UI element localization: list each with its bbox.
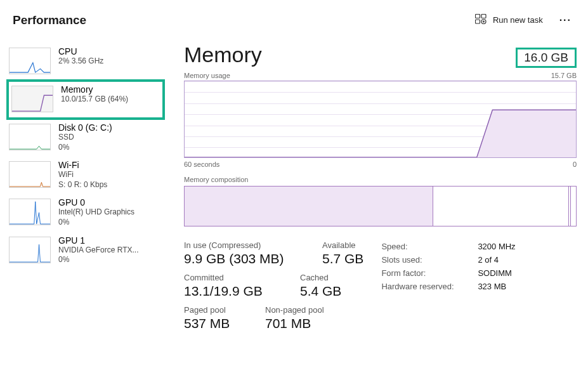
composition-in-use bbox=[185, 187, 433, 226]
hw-slots-val: 2 of 4 bbox=[478, 255, 499, 265]
svg-rect-2 bbox=[475, 20, 480, 23]
more-options-button[interactable]: ··· bbox=[557, 12, 574, 29]
sidebar-item-sub2: 0% bbox=[58, 218, 134, 228]
nonpaged-label: Non-paged pool bbox=[265, 305, 324, 315]
available-value: 5.7 GB bbox=[322, 251, 363, 266]
sidebar-item-sub: SSD bbox=[58, 133, 112, 143]
hw-formfactor-key: Form factor: bbox=[381, 268, 470, 278]
x-axis-left: 60 seconds bbox=[184, 161, 219, 168]
sidebar-item-label: GPU 1 bbox=[58, 235, 138, 246]
sidebar-item-sub2: S: 0 R: 0 Kbps bbox=[58, 180, 107, 190]
x-axis-right: 0 bbox=[573, 161, 577, 168]
hw-reserved-val: 323 MB bbox=[478, 282, 506, 291]
sidebar-item-cpu[interactable]: CPU 2% 3.56 GHz bbox=[6, 44, 165, 79]
hw-slots-key: Slots used: bbox=[381, 255, 470, 265]
sidebar: CPU 2% 3.56 GHz Memory 10.0/15.7 GB (64%… bbox=[0, 36, 165, 380]
page-title: Performance bbox=[13, 13, 86, 27]
cpu-thumb bbox=[9, 48, 51, 74]
hw-formfactor-val: SODIMM bbox=[478, 268, 511, 278]
in-use-label: In use (Compressed) bbox=[184, 240, 304, 250]
cached-label: Cached bbox=[300, 273, 341, 282]
committed-value: 13.1/19.9 GB bbox=[184, 284, 282, 299]
header-actions: Run new task ··· bbox=[473, 11, 574, 29]
gpu1-thumb bbox=[9, 237, 51, 263]
usage-chart-label: Memory usage bbox=[184, 72, 230, 79]
cached-value: 5.4 GB bbox=[300, 284, 341, 299]
sidebar-item-sub2: 0% bbox=[58, 143, 112, 153]
sidebar-item-label: Disk 0 (G: C:) bbox=[58, 122, 112, 133]
hw-speed-val: 3200 MHz bbox=[478, 242, 515, 251]
sidebar-item-gpu0[interactable]: GPU 0 Intel(R) UHD Graphics 0% bbox=[6, 195, 165, 232]
gpu0-thumb bbox=[9, 199, 51, 225]
sidebar-item-sub: WiFi bbox=[58, 170, 107, 180]
memory-thumb bbox=[11, 86, 53, 112]
hardware-info: Speed: 3200 MHz Slots used: 2 of 4 Form … bbox=[381, 242, 515, 337]
sidebar-item-disk0[interactable]: Disk 0 (G: C:) SSD 0% bbox=[6, 120, 165, 157]
sidebar-item-label: GPU 0 bbox=[58, 197, 134, 207]
memory-usage-chart bbox=[184, 81, 577, 158]
run-task-label: Run new task bbox=[493, 15, 543, 25]
main-panel: Memory 16.0 GB Memory usage 15.7 GB 60 s… bbox=[165, 36, 588, 380]
composition-available bbox=[433, 187, 568, 226]
hw-reserved-key: Hardware reserved: bbox=[381, 282, 470, 291]
wifi-thumb bbox=[9, 161, 51, 188]
usage-chart-max: 15.7 GB bbox=[551, 72, 577, 79]
sidebar-item-sub: NVIDIA GeForce RTX... bbox=[58, 246, 138, 256]
svg-rect-1 bbox=[481, 15, 486, 18]
paged-value: 537 MB bbox=[184, 316, 247, 331]
available-label: Available bbox=[322, 240, 363, 250]
sidebar-item-memory[interactable]: Memory 10.0/15.7 GB (64%) bbox=[6, 79, 165, 120]
sidebar-item-label: Wi-Fi bbox=[58, 160, 107, 170]
in-use-value: 9.9 GB (303 MB) bbox=[184, 251, 304, 266]
sidebar-item-label: Memory bbox=[61, 84, 128, 95]
sidebar-item-sub: Intel(R) UHD Graphics bbox=[58, 207, 134, 218]
sidebar-item-sub: 10.0/15.7 GB (64%) bbox=[61, 95, 128, 105]
sidebar-item-sub2: 0% bbox=[58, 255, 138, 265]
run-task-icon bbox=[475, 14, 487, 26]
sidebar-item-gpu1[interactable]: GPU 1 NVIDIA GeForce RTX... 0% bbox=[6, 233, 165, 270]
memory-composition-bar bbox=[184, 186, 577, 226]
composition-label: Memory composition bbox=[184, 176, 577, 183]
sidebar-item-wifi[interactable]: Wi-Fi WiFi S: 0 R: 0 Kbps bbox=[6, 157, 165, 195]
svg-rect-0 bbox=[475, 15, 480, 18]
nonpaged-value: 701 MB bbox=[265, 316, 324, 331]
svg-marker-6 bbox=[185, 110, 576, 157]
committed-label: Committed bbox=[184, 273, 282, 282]
hw-speed-key: Speed: bbox=[381, 242, 470, 251]
sidebar-item-sub: 2% 3.56 GHz bbox=[58, 56, 103, 67]
disk-thumb bbox=[9, 124, 51, 150]
composition-tail bbox=[571, 187, 576, 226]
capacity-badge: 16.0 GB bbox=[516, 48, 577, 68]
paged-label: Paged pool bbox=[184, 305, 247, 315]
sidebar-item-label: CPU bbox=[58, 46, 103, 56]
run-new-task-button[interactable]: Run new task bbox=[473, 11, 546, 29]
main-title: Memory bbox=[184, 43, 262, 67]
